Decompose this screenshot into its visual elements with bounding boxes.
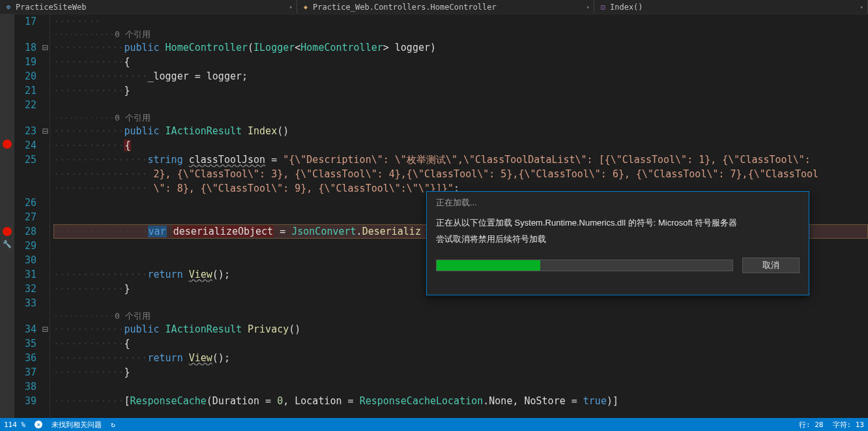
breakpoint-current[interactable]: 🔧 (0, 227, 14, 241)
progress-bar (436, 260, 733, 271)
chevron-down-icon: ▾ (289, 4, 293, 10)
loading-symbols-dialog: 正在加载... 正在从以下位置加载 System.Runtime.Numeric… (426, 191, 809, 295)
dialog-title: 正在加载... (427, 192, 809, 211)
status-message: 未找到相关问题 (51, 420, 102, 430)
fold-toggle[interactable]: ⊟ (40, 322, 50, 336)
codelens-refs[interactable]: 0 个引用 (115, 311, 151, 321)
fold-toggle[interactable]: ⊟ (40, 40, 50, 55)
breadcrumb-project-label: PracticeSiteWeb (16, 3, 86, 12)
error-icon[interactable]: ✕ (35, 421, 42, 428)
fold-toggle[interactable]: ⊟ (40, 124, 50, 138)
breadcrumb-project[interactable]: ⊕ PracticeSiteWeb ▾ (0, 0, 297, 14)
project-icon: ⊕ (4, 3, 13, 12)
refresh-icon[interactable]: ↻ (111, 421, 115, 429)
breadcrumb-method-label: Index() (610, 3, 643, 12)
breadcrumb-method[interactable]: ◫ Index() ▾ (594, 0, 868, 14)
breakpoint-marker[interactable] (0, 140, 14, 154)
line-numbers: 1718192021222324252627282930313233343536… (14, 14, 40, 419)
breadcrumb-class[interactable]: ◆ Practice_Web.Controllers.HomeControlle… (297, 0, 594, 14)
fold-gutter[interactable]: ⊟⊟⊟ (40, 14, 50, 419)
codelens-refs[interactable]: 0 个引用 (115, 113, 151, 123)
dialog-message-1: 正在从以下位置加载 System.Runtime.Numerics.dll 的符… (436, 215, 800, 231)
chevron-down-icon: ▾ (860, 4, 863, 10)
codelens-refs[interactable]: 0 个引用 (115, 29, 151, 39)
col-indicator[interactable]: 字符: 13 (833, 420, 865, 430)
zoom-level[interactable]: 114 % (4, 421, 25, 429)
dialog-message-2: 尝试取消将禁用后续符号加载 (436, 231, 800, 248)
chevron-down-icon: ▾ (586, 4, 590, 10)
status-bar: 114 % ✕ 未找到相关问题 ↻ 行: 28 字符: 13 (0, 418, 868, 431)
method-icon: ◫ (598, 3, 607, 12)
line-indicator[interactable]: 行: 28 (799, 420, 824, 430)
class-icon: ◆ (301, 3, 310, 12)
breakpoint-gutter[interactable]: 🔧 (0, 14, 14, 419)
breadcrumb-class-label: Practice_Web.Controllers.HomeController (313, 3, 497, 12)
cancel-button[interactable]: 取消 (742, 258, 800, 273)
breadcrumb: ⊕ PracticeSiteWeb ▾ ◆ Practice_Web.Contr… (0, 0, 868, 14)
